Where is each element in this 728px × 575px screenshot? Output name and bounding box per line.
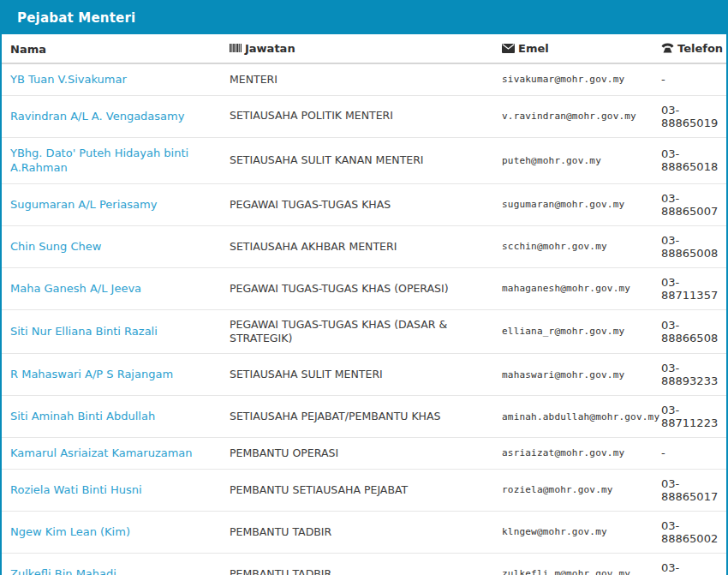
column-header-nama-label: Nama — [10, 43, 46, 56]
cell-nama: Sugumaran A/L Periasamy — [2, 183, 221, 225]
cell-emel: aminah.abdullah@mohr.gov.my — [493, 396, 653, 438]
cell-telefon: 03-88711357 — [653, 267, 726, 309]
column-header-nama: Nama — [2, 34, 221, 63]
person-name-link[interactable]: YBhg. Dato' Puteh Hidayah binti A.Rahman — [10, 147, 188, 175]
column-header-telefon: Telefon — [653, 34, 726, 63]
cell-telefon: - — [653, 438, 726, 470]
table-row: Ngew Kim Lean (Kim)PEMBANTU TADBIRklngew… — [2, 511, 726, 553]
cell-jawatan: SETIAUSAHA POLITIK MENTERI — [221, 95, 493, 137]
cell-nama: Zulkefli Bin Mahadi — [2, 553, 221, 575]
cell-jawatan: SETIAUSAHA SULIT KANAN MENTERI — [221, 137, 493, 183]
cell-nama: Roziela Wati Binti Husni — [2, 469, 221, 511]
cell-jawatan: PEGAWAI TUGAS-TUGAS KHAS (DASAR & STRATE… — [221, 309, 493, 354]
cell-telefon: 03-88865019 — [653, 95, 726, 137]
envelope-icon — [502, 43, 515, 56]
person-name-link[interactable]: Siti Nur Elliana Binti Razali — [10, 325, 158, 338]
person-name-link[interactable]: Kamarul Asriaizat Kamaruzaman — [10, 446, 193, 459]
cell-jawatan: PEGAWAI TUGAS-TUGAS KHAS (OPERASI) — [221, 267, 493, 309]
table-row: Siti Nur Elliana Binti RazaliPEGAWAI TUG… — [2, 309, 726, 354]
barcode-icon — [230, 43, 242, 56]
cell-emel: v.ravindran@mohr.gov.my — [493, 95, 653, 137]
table-row: Chin Sung ChewSETIAUSAHA AKHBAR MENTERIs… — [2, 225, 726, 267]
table-row: Sugumaran A/L PeriasamyPEGAWAI TUGAS-TUG… — [2, 183, 726, 225]
table-row: Roziela Wati Binti HusniPEMBANTU SETIAUS… — [2, 469, 726, 511]
column-header-emel-label: Emel — [518, 42, 549, 55]
table-row: YB Tuan V.SivakumarMENTERIsivakumar@mohr… — [2, 63, 726, 95]
cell-nama: Kamarul Asriaizat Kamaruzaman — [2, 438, 221, 470]
person-name-link[interactable]: Ngew Kim Lean (Kim) — [10, 525, 130, 538]
cell-emel: puteh@mohr.gov.my — [493, 137, 653, 183]
panel-title: Pejabat Menteri — [2, 2, 726, 34]
cell-emel: sivakumar@mohr.gov.my — [493, 63, 653, 95]
cell-telefon: 03-88893233 — [653, 354, 726, 396]
cell-jawatan: SETIAUSAHA AKHBAR MENTERI — [221, 225, 493, 267]
cell-telefon: 03-88865017 — [653, 469, 726, 511]
table-row: R Mahaswari A/P S RajangamSETIAUSAHA SUL… — [2, 354, 726, 396]
cell-nama: R Mahaswari A/P S Rajangam — [2, 354, 221, 396]
table-row: Zulkefli Bin MahadiPEMBANTU TADBIRzulkef… — [2, 553, 726, 575]
directory-table-body: YB Tuan V.SivakumarMENTERIsivakumar@mohr… — [2, 63, 726, 575]
phone-icon — [661, 43, 674, 56]
cell-emel: scchin@mohr.gov.my — [493, 225, 653, 267]
person-name-link[interactable]: YB Tuan V.Sivakumar — [10, 73, 127, 86]
cell-jawatan: SETIAUSAHA PEJABAT/PEMBANTU KHAS — [221, 396, 493, 438]
cell-nama: Siti Aminah Binti Abdullah — [2, 396, 221, 438]
cell-telefon: 03-88865113 — [653, 553, 726, 575]
cell-jawatan: PEMBANTU TADBIR — [221, 553, 493, 575]
person-name-link[interactable]: Roziela Wati Binti Husni — [10, 483, 142, 496]
cell-telefon: 03-88865018 — [653, 137, 726, 183]
column-header-jawatan-label: Jawatan — [245, 42, 295, 55]
cell-jawatan: SETIAUSAHA SULIT MENTERI — [221, 354, 493, 396]
cell-nama: Ngew Kim Lean (Kim) — [2, 511, 221, 553]
person-name-link[interactable]: Sugumaran A/L Periasamy — [10, 198, 157, 211]
cell-nama: YBhg. Dato' Puteh Hidayah binti A.Rahman — [2, 137, 221, 183]
person-name-link[interactable]: Siti Aminah Binti Abdullah — [10, 410, 155, 422]
cell-telefon: 03-88865008 — [653, 225, 726, 267]
cell-emel: zulkefli_m@mohr.gov.my — [493, 553, 653, 575]
table-header-row: Nama Jawatan Emel Telefon — [2, 34, 726, 63]
table-row: Maha Ganesh A/L JeevaPEGAWAI TUGAS-TUGAS… — [2, 267, 726, 309]
cell-telefon: 03-88865002 — [653, 511, 726, 553]
cell-emel: elliana_r@mohr.gov.my — [493, 309, 653, 354]
cell-nama: Siti Nur Elliana Binti Razali — [2, 309, 221, 354]
table-row: Ravindran A/L A. VengadasamySETIAUSAHA P… — [2, 95, 726, 137]
cell-telefon: 03-88866508 — [653, 309, 726, 354]
column-header-emel: Emel — [493, 34, 653, 63]
person-name-link[interactable]: R Mahaswari A/P S Rajangam — [10, 368, 173, 380]
person-name-link[interactable]: Chin Sung Chew — [10, 240, 101, 253]
cell-jawatan: PEMBANTU OPERASI — [221, 438, 493, 470]
cell-telefon: - — [653, 63, 726, 95]
cell-telefon: 03-88865007 — [653, 183, 726, 225]
cell-emel: sugumaran@mohr.gov.my — [493, 183, 653, 225]
cell-nama: Ravindran A/L A. Vengadasamy — [2, 95, 221, 137]
cell-nama: Maha Ganesh A/L Jeeva — [2, 267, 221, 309]
cell-nama: Chin Sung Chew — [2, 225, 221, 267]
table-row: YBhg. Dato' Puteh Hidayah binti A.Rahman… — [2, 137, 726, 183]
cell-emel: mahaswari@mohr.gov.my — [493, 354, 653, 396]
cell-jawatan: PEGAWAI TUGAS-TUGAS KHAS — [221, 183, 493, 225]
table-row: Siti Aminah Binti AbdullahSETIAUSAHA PEJ… — [2, 396, 726, 438]
cell-jawatan: PEMBANTU TADBIR — [221, 511, 493, 553]
directory-panel: Pejabat Menteri Nama Jawatan Emel Telefo… — [0, 0, 728, 575]
cell-telefon: 03-88711223 — [653, 396, 726, 438]
cell-jawatan: PEMBANTU SETIAUSAHA PEJABAT — [221, 469, 493, 511]
cell-emel: klngew@mohr.gov.my — [493, 511, 653, 553]
table-row: Kamarul Asriaizat KamaruzamanPEMBANTU OP… — [2, 438, 726, 470]
cell-jawatan: MENTERI — [221, 63, 493, 95]
person-name-link[interactable]: Zulkefli Bin Mahadi — [10, 567, 116, 575]
cell-nama: YB Tuan V.Sivakumar — [2, 63, 221, 95]
column-header-jawatan: Jawatan — [221, 34, 493, 63]
column-header-telefon-label: Telefon — [677, 42, 723, 55]
directory-table: Nama Jawatan Emel Telefon YB Tuan V.Siva… — [2, 34, 726, 575]
person-name-link[interactable]: Maha Ganesh A/L Jeeva — [10, 282, 141, 295]
person-name-link[interactable]: Ravindran A/L A. Vengadasamy — [10, 110, 184, 123]
cell-emel: mahaganesh@mohr.gov.my — [493, 267, 653, 309]
cell-emel: asriaizat@mohr.gov.my — [493, 438, 653, 470]
cell-emel: roziela@mohr.gov.my — [493, 469, 653, 511]
